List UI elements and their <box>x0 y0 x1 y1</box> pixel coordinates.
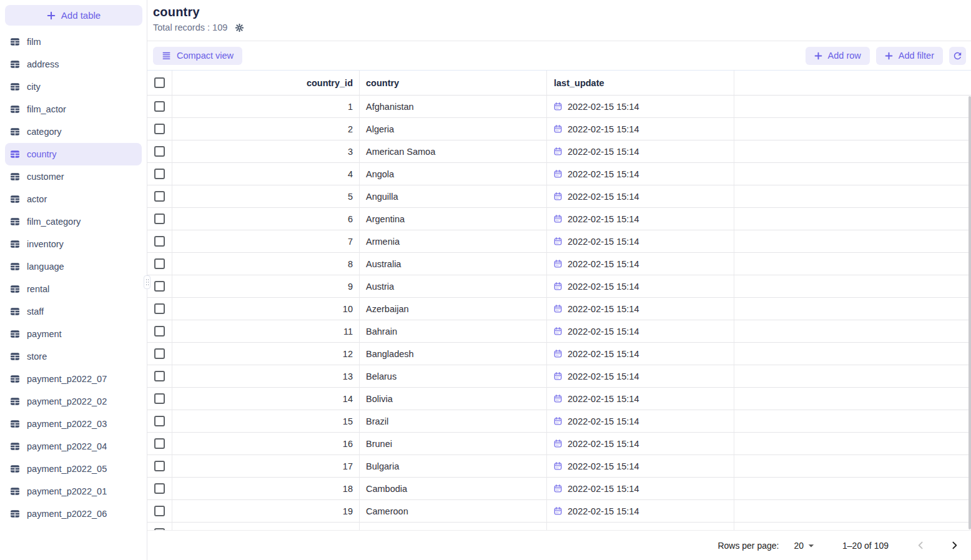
cell-country-id[interactable]: 18 <box>172 478 360 500</box>
sidebar-item-payment[interactable]: payment <box>5 323 142 345</box>
cell-country[interactable]: Armenia <box>360 230 547 253</box>
cell-last-update[interactable]: 2022-02-15 15:14 <box>547 500 734 523</box>
cell-country[interactable]: Austria <box>360 275 547 298</box>
cell-last-update[interactable]: 2022-02-15 15:14 <box>547 275 734 298</box>
sidebar-item-language[interactable]: language <box>5 255 142 278</box>
cell-country[interactable]: Brazil <box>360 410 547 433</box>
cell-last-update[interactable]: 2022-02-15 15:14 <box>547 320 734 343</box>
next-page-button[interactable] <box>946 538 962 554</box>
sidebar-item-film[interactable]: film <box>5 31 142 53</box>
sidebar-item-customer[interactable]: customer <box>5 165 142 188</box>
cell-country-id[interactable]: 12 <box>172 343 360 365</box>
row-checkbox[interactable] <box>154 416 165 426</box>
cell-country[interactable]: Bangladesh <box>360 343 547 365</box>
sidebar-item-store[interactable]: store <box>5 345 142 368</box>
cell-country[interactable]: Cambodia <box>360 478 547 500</box>
row-checkbox[interactable] <box>154 371 165 381</box>
cell-country-id[interactable]: 2 <box>172 118 360 140</box>
cell-country[interactable]: Algeria <box>360 118 547 140</box>
cell-last-update[interactable]: 2022-02-15 15:14 <box>547 185 734 208</box>
cell-country[interactable]: Brunei <box>360 433 547 455</box>
sidebar-item-film_category[interactable]: film_category <box>5 210 142 233</box>
cell-country-id[interactable]: 6 <box>172 208 360 230</box>
cell-last-update[interactable] <box>547 523 734 531</box>
row-checkbox[interactable] <box>154 326 165 336</box>
row-checkbox[interactable] <box>154 348 165 359</box>
add-filter-button[interactable]: Add filter <box>876 47 943 65</box>
cell-last-update[interactable]: 2022-02-15 15:14 <box>547 230 734 253</box>
select-all-checkbox[interactable] <box>154 77 165 88</box>
cell-country-id[interactable]: 7 <box>172 230 360 253</box>
sidebar-item-payment_p2022_01[interactable]: payment_p2022_01 <box>5 480 142 503</box>
cell-country-id[interactable]: 9 <box>172 275 360 298</box>
row-checkbox[interactable] <box>154 236 165 247</box>
cell-last-update[interactable]: 2022-02-15 15:14 <box>547 343 734 365</box>
sidebar-item-payment_p2022_07[interactable]: payment_p2022_07 <box>5 368 142 390</box>
sidebar-item-staff[interactable]: staff <box>5 300 142 323</box>
cell-country-id[interactable]: 14 <box>172 388 360 410</box>
cell-country[interactable]: American Samoa <box>360 140 547 163</box>
row-checkbox[interactable] <box>154 483 165 494</box>
cell-country-id[interactable]: 10 <box>172 298 360 320</box>
rows-per-page-select[interactable]: 20 <box>794 539 817 552</box>
sidebar-resize-handle[interactable] <box>144 275 150 289</box>
compact-view-button[interactable]: Compact view <box>153 47 242 65</box>
cell-country-id[interactable]: 3 <box>172 140 360 163</box>
cell-last-update[interactable]: 2022-02-15 15:14 <box>547 163 734 185</box>
row-checkbox[interactable] <box>154 101 165 112</box>
column-header-country-id[interactable]: country_id <box>172 71 360 96</box>
sidebar-item-country[interactable]: country <box>5 143 142 165</box>
row-checkbox[interactable] <box>154 258 165 269</box>
cell-country-id[interactable]: 13 <box>172 365 360 388</box>
row-checkbox[interactable] <box>154 124 165 134</box>
cell-country-id[interactable]: 16 <box>172 433 360 455</box>
sidebar-item-payment_p2022_04[interactable]: payment_p2022_04 <box>5 435 142 458</box>
sidebar-item-payment_p2022_02[interactable]: payment_p2022_02 <box>5 390 142 413</box>
cell-last-update[interactable]: 2022-02-15 15:14 <box>547 365 734 388</box>
sidebar-item-payment_p2022_05[interactable]: payment_p2022_05 <box>5 458 142 480</box>
cell-country[interactable] <box>360 523 547 531</box>
row-checkbox[interactable] <box>154 303 165 314</box>
cell-country[interactable]: Belarus <box>360 365 547 388</box>
cell-country-id[interactable]: 4 <box>172 163 360 185</box>
cell-country-id[interactable]: 17 <box>172 455 360 478</box>
sidebar-item-payment_p2022_03[interactable]: payment_p2022_03 <box>5 413 142 435</box>
cell-country[interactable]: Anguilla <box>360 185 547 208</box>
cell-last-update[interactable]: 2022-02-15 15:14 <box>547 208 734 230</box>
refresh-button[interactable] <box>949 47 966 65</box>
cell-last-update[interactable]: 2022-02-15 15:14 <box>547 388 734 410</box>
gear-icon[interactable] <box>235 24 244 32</box>
row-checkbox[interactable] <box>154 191 165 202</box>
add-table-button[interactable]: Add table <box>5 5 142 26</box>
cell-country[interactable]: Bolivia <box>360 388 547 410</box>
cell-last-update[interactable]: 2022-02-15 15:14 <box>547 478 734 500</box>
cell-country-id[interactable] <box>172 523 360 531</box>
sidebar-item-rental[interactable]: rental <box>5 278 142 300</box>
cell-country-id[interactable]: 5 <box>172 185 360 208</box>
cell-last-update[interactable]: 2022-02-15 15:14 <box>547 140 734 163</box>
cell-country-id[interactable]: 8 <box>172 253 360 275</box>
cell-last-update[interactable]: 2022-02-15 15:14 <box>547 253 734 275</box>
row-checkbox[interactable] <box>154 438 165 449</box>
column-header-last-update[interactable]: last_update <box>547 71 734 96</box>
previous-page-button[interactable] <box>912 538 929 554</box>
row-checkbox[interactable] <box>154 214 165 224</box>
sidebar-item-city[interactable]: city <box>5 76 142 98</box>
add-row-button[interactable]: Add row <box>806 47 870 65</box>
sidebar-item-actor[interactable]: actor <box>5 188 142 210</box>
cell-last-update[interactable]: 2022-02-15 15:14 <box>547 118 734 140</box>
cell-country[interactable]: Afghanistan <box>360 96 547 118</box>
row-checkbox[interactable] <box>154 146 165 157</box>
vertical-scrollbar[interactable] <box>969 96 971 529</box>
row-checkbox[interactable] <box>154 393 165 404</box>
cell-country[interactable]: Bahrain <box>360 320 547 343</box>
cell-last-update[interactable]: 2022-02-15 15:14 <box>547 410 734 433</box>
sidebar-item-address[interactable]: address <box>5 53 142 76</box>
row-checkbox[interactable] <box>154 461 165 471</box>
row-checkbox[interactable] <box>154 281 165 292</box>
cell-last-update[interactable]: 2022-02-15 15:14 <box>547 455 734 478</box>
row-checkbox[interactable] <box>154 169 165 179</box>
cell-last-update[interactable]: 2022-02-15 15:14 <box>547 433 734 455</box>
cell-country[interactable]: Cameroon <box>360 500 547 523</box>
cell-country-id[interactable]: 1 <box>172 96 360 118</box>
